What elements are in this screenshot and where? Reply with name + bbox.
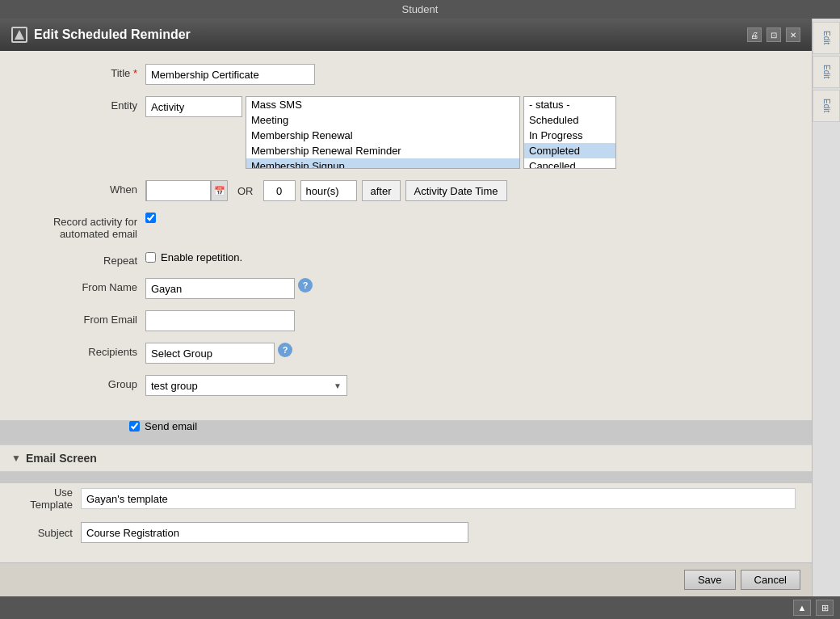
group-select[interactable]: test group ▼: [145, 375, 347, 396]
from-name-label: From Name: [16, 278, 145, 293]
or-text: OR: [237, 185, 254, 197]
svg-marker-0: [15, 30, 24, 40]
template-value: Gayan's template: [81, 488, 796, 509]
recipients-input[interactable]: [145, 343, 275, 364]
from-email-input[interactable]: [145, 310, 295, 331]
scroll-up-button[interactable]: ▲: [793, 600, 811, 616]
title-row: Title *: [16, 64, 796, 85]
list-item-selected[interactable]: Membership Signup: [246, 158, 519, 169]
entity-row: Entity Mass SMS Meeting Membership Renew…: [16, 96, 796, 169]
subject-label: Subject: [16, 527, 81, 539]
entity-label: Entity: [16, 96, 145, 112]
date-input[interactable]: [146, 180, 211, 201]
dialog-title-area: Edit Scheduled Reminder: [11, 27, 191, 43]
repeat-inner: Enable repetition.: [145, 251, 242, 263]
form-content: Title * Entity: [0, 51, 812, 562]
from-email-control: [145, 310, 796, 331]
record-activity-control: [145, 213, 796, 223]
dialog-footer: Save Cancel: [0, 562, 812, 596]
repeat-text: Enable repetition.: [161, 251, 242, 263]
activity-datetime-button[interactable]: Activity Date Time: [405, 180, 507, 201]
email-screen-title: Email Screen: [26, 452, 97, 465]
group-control: test group ▼: [145, 375, 796, 396]
status-item[interactable]: In Progress: [524, 128, 615, 143]
group-select-value: test group: [151, 380, 198, 392]
from-name-row: From Name ?: [16, 278, 796, 299]
repeat-label: Repeat: [16, 251, 145, 267]
entity-control-wrap: Mass SMS Meeting Membership Renewal Memb…: [145, 96, 796, 169]
status-item-selected[interactable]: Completed: [524, 143, 615, 158]
save-button[interactable]: Save: [684, 570, 736, 590]
send-email-label: Send email: [145, 420, 197, 432]
when-row: When 📅 OR after Ac: [16, 180, 796, 201]
from-name-control: ?: [145, 278, 796, 299]
repeat-checkbox[interactable]: [145, 252, 156, 263]
status-listbox[interactable]: - status - Scheduled In Progress Complet…: [523, 96, 616, 169]
group-label: Group: [16, 375, 145, 390]
email-screen-form: Use Template Gayan's template Subject: [0, 483, 812, 562]
number-input[interactable]: [263, 180, 296, 201]
title-control-wrap: [145, 64, 796, 85]
use-label: Use Template: [16, 486, 81, 511]
subject-input[interactable]: [81, 522, 468, 543]
top-bar-label: Student: [402, 3, 439, 15]
list-item[interactable]: Meeting: [246, 112, 519, 128]
group-row: Group test group ▼: [16, 375, 796, 396]
top-bar: Student: [0, 0, 840, 19]
repeat-row: Repeat Enable repetition.: [16, 251, 796, 267]
form-area: Title * Entity: [0, 51, 812, 420]
when-label: When: [16, 180, 145, 196]
record-activity-label: Record activity for automated email: [16, 213, 145, 240]
entity-listbox[interactable]: Mass SMS Meeting Membership Renewal Memb…: [246, 96, 520, 169]
recipients-label: Recipients: [16, 343, 145, 358]
send-email-row: Send email: [0, 420, 812, 432]
right-panel-item-2[interactable]: Edit: [813, 56, 840, 88]
entity-section: Mass SMS Meeting Membership Renewal Memb…: [145, 96, 616, 169]
title-icon: [11, 27, 27, 43]
status-item[interactable]: Cancelled: [524, 158, 615, 169]
hours-input[interactable]: [300, 180, 357, 201]
when-control-wrap: 📅 OR after Activity Date Time: [145, 180, 796, 201]
right-panel-item-3[interactable]: Edit: [813, 90, 840, 122]
cancel-button[interactable]: Cancel: [741, 570, 800, 590]
titlebar-buttons: 🖨 ⊡ ✕: [747, 27, 800, 42]
record-activity-checkbox[interactable]: [145, 213, 156, 223]
status-item[interactable]: Scheduled: [524, 112, 615, 128]
send-email-checkbox[interactable]: [129, 421, 140, 432]
subject-row: Subject: [16, 522, 796, 543]
email-screen-section-header: ▼ Email Screen: [0, 444, 812, 472]
status-item[interactable]: - status -: [524, 97, 615, 112]
list-item[interactable]: Mass SMS: [246, 97, 519, 112]
page-view-button[interactable]: ⊞: [816, 600, 834, 616]
chevron-down-icon: ▼: [334, 381, 342, 390]
recipients-help-icon[interactable]: ?: [278, 343, 292, 357]
from-name-input[interactable]: [145, 278, 295, 299]
use-template-row: Use Template Gayan's template: [16, 486, 796, 511]
after-button[interactable]: after: [362, 180, 401, 201]
date-picker-wrap[interactable]: 📅: [145, 180, 228, 201]
entity-input[interactable]: [145, 96, 242, 117]
dialog-title: Edit Scheduled Reminder: [34, 27, 191, 42]
from-email-label: From Email: [16, 310, 145, 326]
bottom-nav: ▲ ⊞: [0, 596, 840, 619]
right-panel-item-1[interactable]: Edit: [813, 22, 840, 54]
listbox-container: Mass SMS Meeting Membership Renewal Memb…: [246, 96, 520, 169]
section-arrow-icon: ▼: [11, 453, 21, 464]
minimize-button[interactable]: 🖨: [747, 27, 762, 42]
from-email-row: From Email: [16, 310, 796, 331]
from-name-help-icon[interactable]: ?: [298, 278, 313, 293]
dialog-titlebar: Edit Scheduled Reminder 🖨 ⊡ ✕: [0, 19, 812, 51]
list-item[interactable]: Membership Renewal: [246, 128, 519, 143]
record-activity-row: Record activity for automated email: [16, 213, 796, 240]
maximize-button[interactable]: ⊡: [766, 27, 781, 42]
recipients-row: Recipients ?: [16, 343, 796, 364]
list-item[interactable]: Membership Renewal Reminder: [246, 143, 519, 158]
required-marker: *: [133, 67, 137, 79]
recipients-control: ?: [145, 343, 796, 364]
when-inner-row: 📅 OR after Activity Date Time: [145, 180, 507, 201]
title-label: Title *: [16, 64, 145, 79]
calendar-icon[interactable]: 📅: [211, 181, 227, 200]
title-input[interactable]: [145, 64, 315, 85]
close-button[interactable]: ✕: [786, 27, 800, 42]
repeat-control-wrap: Enable repetition.: [145, 251, 796, 263]
